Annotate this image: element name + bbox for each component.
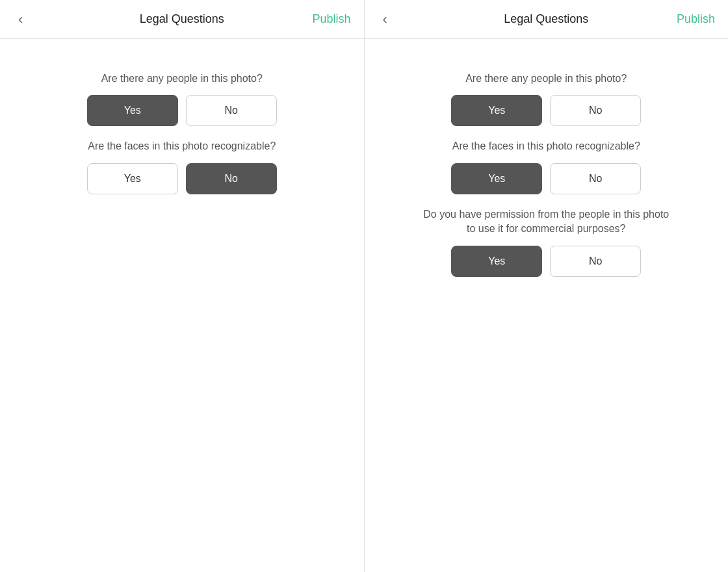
panel-2-q1-yes-button[interactable]: Yes <box>451 95 542 126</box>
panel-1: ‹ Legal Questions Publish Ar <box>0 0 365 572</box>
panel-2-q1-no-button[interactable]: No <box>550 95 641 126</box>
panel-2-title: Legal Questions <box>504 12 588 26</box>
panel-1-q1-yes-button[interactable]: Yes <box>87 95 178 126</box>
panel-1-question-2-buttons: Yes No <box>58 163 306 194</box>
panel-1-q2-no-button[interactable]: No <box>186 163 277 194</box>
panel-2-question-3-buttons: Yes No <box>422 246 670 277</box>
panel-2-question-2-text: Are the faces in this photo recognizable… <box>422 139 670 153</box>
panel-2-question-2-buttons: Yes No <box>422 163 670 194</box>
panel-2: ‹ Legal Questions Publish <box>365 0 729 572</box>
panel-2-publish-button[interactable]: Publish <box>677 12 715 26</box>
panel-1-question-1: Are there any people in this photo? Yes … <box>58 72 306 126</box>
panel-2-back-button[interactable]: ‹ <box>378 8 393 31</box>
panel-1-question-2: Are the faces in this photo recognizable… <box>58 139 306 194</box>
panel-2-question-2: Are the faces in this photo recognizable… <box>422 139 670 194</box>
panel-1-title: Legal Questions <box>140 12 224 26</box>
panel-2-q2-no-button[interactable]: No <box>550 163 641 194</box>
panel-1-publish-button[interactable]: Publish <box>312 12 350 26</box>
panel-1-q1-no-button[interactable]: No <box>186 95 277 126</box>
panel-2-question-1: Are there any people in this photo? Yes … <box>422 72 670 126</box>
panel-2-question-3: Do you have permission from the people i… <box>422 207 670 277</box>
panel-2-q3-yes-button[interactable]: Yes <box>451 246 542 277</box>
panel-2-q2-yes-button[interactable]: Yes <box>451 163 542 194</box>
panel-1-back-button[interactable]: ‹ <box>13 8 28 31</box>
panel-2-question-3-text: Do you have permission from the people i… <box>422 207 670 237</box>
panel-2-header: ‹ Legal Questions Publish <box>365 0 729 39</box>
panel-1-q2-yes-button[interactable]: Yes <box>87 163 178 194</box>
panel-2-question-1-buttons: Yes No <box>422 95 670 126</box>
panels-container: ‹ Legal Questions Publish Ar <box>0 0 728 572</box>
panel-1-question-1-buttons: Yes No <box>58 95 306 126</box>
panel-2-q3-no-button[interactable]: No <box>550 246 641 277</box>
panel-1-question-2-text: Are the faces in this photo recognizable… <box>58 139 306 153</box>
panel-2-content: Are there any people in this photo? Yes … <box>365 39 729 572</box>
panel-1-question-1-text: Are there any people in this photo? <box>58 72 306 86</box>
panel-1-content: Are there any people in this photo? Yes … <box>0 39 364 572</box>
panel-1-header: ‹ Legal Questions Publish <box>0 0 364 39</box>
panel-2-question-1-text: Are there any people in this photo? <box>422 72 670 86</box>
